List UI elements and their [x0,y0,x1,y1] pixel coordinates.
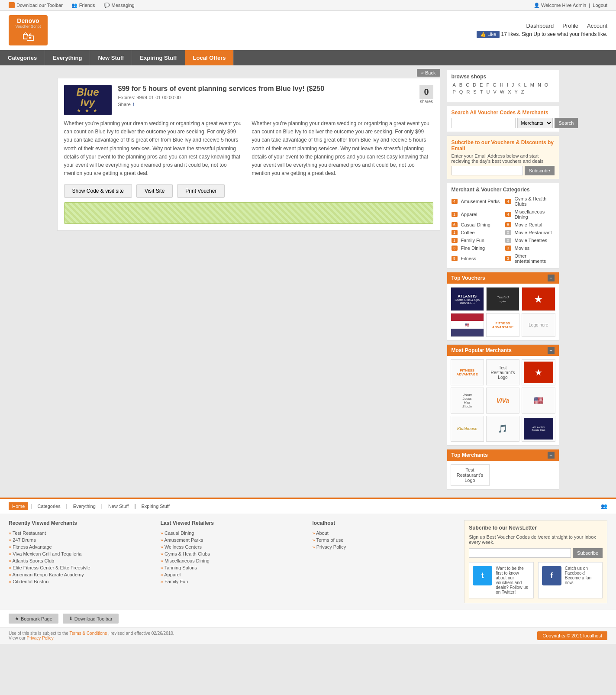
nav-everything[interactable]: Everything [45,50,90,65]
subscribe-button[interactable]: Subscribe [525,166,555,175]
alpha-x[interactable]: X [506,89,512,95]
alpha-d[interactable]: D [471,82,477,88]
list-item[interactable]: Test Restaurant [9,530,152,537]
cat-fitness[interactable]: 5Fitness [452,252,501,265]
fb-like-btn[interactable]: 👍 Like [477,31,500,38]
alpha-y[interactable]: Y [513,89,519,95]
top-voucher-twisted[interactable]: Twistedstyles [486,287,519,311]
footer-nav-home[interactable]: Home [9,502,28,510]
list-item[interactable]: Wellness Centers [161,543,304,550]
alpha-e[interactable]: E [478,82,484,88]
merchant-usa[interactable]: 🇺🇸 [522,388,555,414]
list-item[interactable]: American Kenpo Karate Academy [9,571,152,578]
alpha-g[interactable]: G [491,82,498,88]
list-item[interactable]: Privacy Policy [313,543,456,550]
merchant-urban[interactable]: UrbanLooksHairStudio [451,388,484,414]
alpha-z[interactable]: Z [520,89,526,95]
list-item[interactable]: Terms of use [313,537,456,543]
cat-movie-restaurant[interactable]: 0Movie Restaurant [505,229,555,236]
top-voucher-atlantis[interactable]: ATLANTIS Sports Club & Spa DANVERS [451,287,484,311]
newsletter-email-input[interactable] [469,548,571,558]
footer-nav-new-stuff[interactable]: New Stuff [105,502,132,510]
merchant-star[interactable]: ★ [522,359,555,385]
alpha-i[interactable]: I [506,82,510,88]
cat-amusement-parks[interactable]: 4Amusement Parks [452,195,501,207]
cat-movies[interactable]: 3Movies [505,245,555,252]
newsletter-subscribe-btn[interactable]: Subscribe [573,548,603,558]
list-item[interactable]: Family Fun [161,578,304,585]
alpha-a[interactable]: A [452,82,457,88]
top-vouchers-collapse[interactable]: − [548,275,555,281]
alpha-t[interactable]: T [479,89,484,95]
cat-movie-theatres[interactable]: 0Movie Theatres [505,237,555,244]
top-voucher-fitness[interactable]: FITNESSADVANTAGE [486,313,519,337]
alpha-u[interactable]: U [485,89,491,95]
search-dropdown[interactable]: Merchants [517,118,553,128]
download-toolbar-btn[interactable]: ⬇ Download Toolbar [63,614,119,624]
alpha-k[interactable]: K [516,82,522,88]
search-input[interactable] [452,118,516,128]
alpha-n[interactable]: N [536,82,542,88]
list-item[interactable]: Apparel [161,571,304,578]
alpha-l[interactable]: L [523,82,528,88]
footer-nav-everything[interactable]: Everything [70,502,99,510]
merchant-test-restaurant[interactable]: Test Restaurant's Logo [486,359,519,385]
top-merchant-item[interactable]: Test Restaurant's Logo [451,464,490,486]
cat-apparel[interactable]: 1Apparel [452,208,501,220]
alpha-o[interactable]: O [543,82,550,88]
nav-local-offers[interactable]: Local Offers [185,50,234,65]
list-item[interactable]: Casual Dining [161,530,304,537]
top-voucher-placeholder[interactable]: Logo here [522,313,555,337]
top-merchants-collapse[interactable]: − [548,452,555,459]
visit-site-btn[interactable]: Visit Site [136,184,173,198]
subscribe-email-input[interactable] [452,166,523,175]
top-voucher-star[interactable]: ★ [522,287,555,311]
alpha-s[interactable]: S [472,89,477,95]
list-item[interactable]: Miscellaneous Dining [161,557,304,564]
alpha-h[interactable]: H [499,82,505,88]
list-item[interactable]: Tanning Salons [161,564,304,571]
list-item[interactable]: Amusement Parks [161,537,304,543]
show-code-btn[interactable]: Show Code & visit site [64,184,132,198]
nav-expiring-stuff[interactable]: Expiring Stuff [132,50,185,65]
alpha-p[interactable]: P [452,89,457,95]
top-voucher-usa[interactable]: 🇺🇸 [451,313,484,337]
footer-nav-categories[interactable]: Categories [34,502,64,510]
list-item[interactable]: 247 Drums [9,537,152,543]
list-item[interactable]: Fitness Advantage [9,543,152,550]
alpha-b[interactable]: B [458,82,464,88]
cat-misc-dining[interactable]: 4Miscellaneous Dining [505,208,555,220]
cat-gyms[interactable]: 4Gyms & Health Clubs [505,195,555,207]
messaging-link[interactable]: 💬 Messaging [104,3,135,8]
cat-other-ent[interactable]: 3Other entertainments [505,252,555,265]
most-popular-collapse[interactable]: − [548,347,555,354]
cat-movie-rental[interactable]: 8Movie Rental [505,221,555,228]
bookmark-btn[interactable]: ★ Boomark Page [9,614,58,624]
alpha-w[interactable]: W [499,89,506,95]
list-item[interactable]: Atlantis Sports Club [9,557,152,564]
alpha-c[interactable]: C [464,82,471,88]
list-item[interactable]: Elite Fitness Center & Elite Freestyle [9,564,152,571]
logout-link[interactable]: Logout [593,3,607,8]
terms-link[interactable]: Terms & Conditions [69,631,107,636]
cat-fine-dining[interactable]: 3Fine Dining [452,245,501,252]
cat-coffee[interactable]: 1Coffee [452,229,501,236]
friends-link[interactable]: 👥 Friends [71,3,95,8]
print-voucher-btn[interactable]: Print Voucher [177,184,225,198]
nav-account[interactable]: Account [587,23,607,29]
search-button[interactable]: Search [555,118,578,128]
alpha-r[interactable]: R [465,89,471,95]
nav-profile[interactable]: Profile [562,23,578,29]
merchant-klubhouse[interactable]: Klubhouse [451,416,484,442]
nav-dashboard[interactable]: Dashboard [526,23,554,29]
privacy-link[interactable]: Privacy Policy [27,636,54,640]
alpha-m[interactable]: M [529,82,535,88]
twitter-icon[interactable]: t [473,566,492,585]
facebook-icon[interactable]: f [542,566,561,585]
alpha-v[interactable]: V [492,89,497,95]
download-toolbar-link[interactable]: Download our Toolbar [9,2,63,8]
merchant-viva[interactable]: ViVa [486,388,519,414]
alpha-f[interactable]: F [485,82,490,88]
nav-new-stuff[interactable]: New Stuff [90,50,132,65]
footer-nav-expiring-stuff[interactable]: Expiring Stuff [138,502,173,510]
